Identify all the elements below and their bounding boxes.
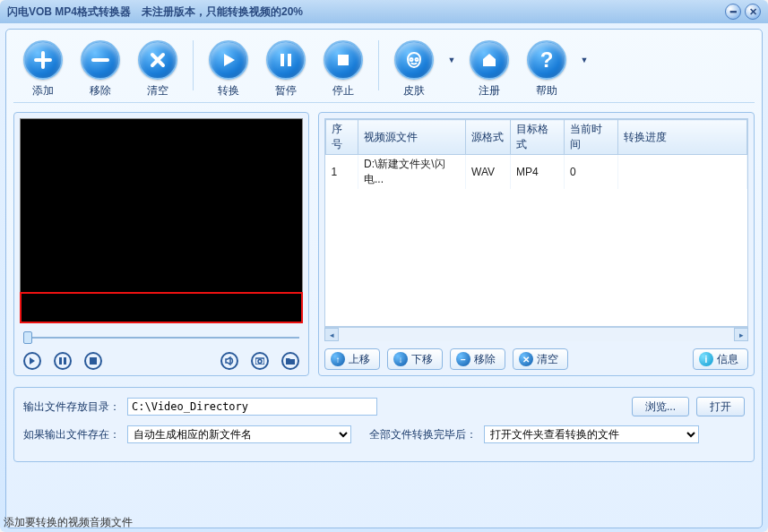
col-srcfmt[interactable]: 源格式 (466, 120, 511, 155)
help-button[interactable]: ?帮助 (522, 40, 571, 99)
minimize-button[interactable]: ━ (725, 4, 741, 20)
pause-icon (277, 51, 295, 69)
cross-icon: ✕ (519, 352, 533, 366)
arrow-down-icon: ↓ (393, 352, 408, 366)
seek-slider[interactable] (23, 332, 299, 341)
volume-button[interactable] (220, 352, 238, 370)
svg-rect-3 (59, 357, 62, 365)
horizontal-scrollbar[interactable]: ◂▸ (324, 327, 748, 341)
status-bar: 添加要转换的视频音频文件 (4, 515, 133, 530)
preview-stop-button[interactable] (84, 352, 102, 370)
move-down-button[interactable]: ↓下移 (387, 348, 443, 370)
svg-rect-1 (288, 54, 291, 66)
svg-rect-4 (64, 357, 66, 365)
skin-icon (404, 50, 424, 70)
info-button[interactable]: i信息 (693, 348, 748, 370)
titlebar: 闪电VOB MP4格式转换器 未注册版本，只能转换视频的20% ━ ✕ (0, 0, 768, 23)
app-title: 闪电VOB MP4格式转换器 未注册版本，只能转换视频的20% (7, 4, 303, 20)
skin-dropdown[interactable]: ▼ (447, 40, 456, 80)
output-dir-input[interactable] (127, 398, 377, 416)
output-dir-label: 输出文件存放目录： (23, 399, 120, 415)
pause-button[interactable]: 暂停 (262, 40, 310, 99)
output-panel: 输出文件存放目录： 浏览... 打开 如果输出文件存在： 自动生成相应的新文件名… (13, 387, 755, 462)
close-button[interactable]: ✕ (745, 4, 761, 20)
minus-icon (91, 50, 110, 70)
svg-rect-2 (338, 55, 349, 65)
snapshot-button[interactable] (251, 352, 269, 370)
clear-button[interactable]: 清空 (134, 40, 182, 99)
convert-button[interactable]: 转换 (204, 40, 253, 99)
skin-button[interactable]: 皮肤 (390, 40, 438, 99)
stop-icon (334, 51, 352, 69)
open-button[interactable]: 打开 (696, 397, 745, 416)
cross-icon (149, 51, 167, 69)
plus-icon (33, 50, 53, 70)
table-row[interactable]: 1D:\新建文件夹\闪电...WAVMP40 (326, 155, 747, 190)
arrow-up-icon: ↑ (331, 352, 345, 366)
folder-button[interactable] (281, 352, 299, 370)
col-source[interactable]: 视频源文件 (358, 120, 466, 155)
remove-button[interactable]: 移除 (76, 40, 125, 99)
highlight-box (20, 292, 303, 323)
list-remove-button[interactable]: −移除 (450, 348, 505, 370)
home-icon (480, 51, 498, 69)
file-table[interactable]: 序号 视频源文件 源格式 目标格式 当前时间 转换进度 1D:\新建文件夹\闪电… (324, 118, 748, 327)
file-list-panel: 序号 视频源文件 源格式 目标格式 当前时间 转换进度 1D:\新建文件夹\闪电… (318, 112, 755, 376)
stop-button[interactable]: 停止 (319, 40, 367, 99)
svg-point-7 (258, 360, 262, 364)
exists-select[interactable]: 自动生成相应的新文件名 (127, 425, 351, 443)
preview-pause-button[interactable] (54, 352, 72, 370)
question-icon: ? (540, 47, 554, 73)
info-icon: i (699, 352, 713, 366)
after-label: 全部文件转换完毕后： (369, 427, 477, 442)
preview-play-button[interactable] (23, 352, 41, 370)
svg-rect-5 (90, 357, 97, 365)
exists-label: 如果输出文件存在： (23, 427, 120, 442)
add-button[interactable]: 添加 (19, 40, 67, 99)
minus-icon: − (456, 352, 470, 366)
app-window: 闪电VOB MP4格式转换器 未注册版本，只能转换视频的20% ━ ✕ 添加 移… (0, 0, 768, 532)
browse-button[interactable]: 浏览... (632, 397, 689, 416)
play-icon (220, 51, 237, 69)
register-button[interactable]: 注册 (465, 40, 513, 99)
col-time[interactable]: 当前时间 (565, 120, 618, 155)
move-up-button[interactable]: ↑上移 (324, 348, 380, 370)
col-progress[interactable]: 转换进度 (618, 120, 747, 155)
preview-panel (13, 112, 309, 376)
svg-rect-0 (280, 54, 284, 66)
col-dstfmt[interactable]: 目标格式 (511, 120, 565, 155)
help-dropdown[interactable]: ▼ (580, 40, 589, 80)
after-select[interactable]: 打开文件夹查看转换的文件 (484, 425, 699, 443)
col-index[interactable]: 序号 (326, 120, 358, 155)
list-clear-button[interactable]: ✕清空 (513, 348, 568, 370)
main-toolbar: 添加 移除 清空 转换 暂停 停止 皮肤 ▼ 注册 ?帮助 ▼ (13, 37, 755, 103)
